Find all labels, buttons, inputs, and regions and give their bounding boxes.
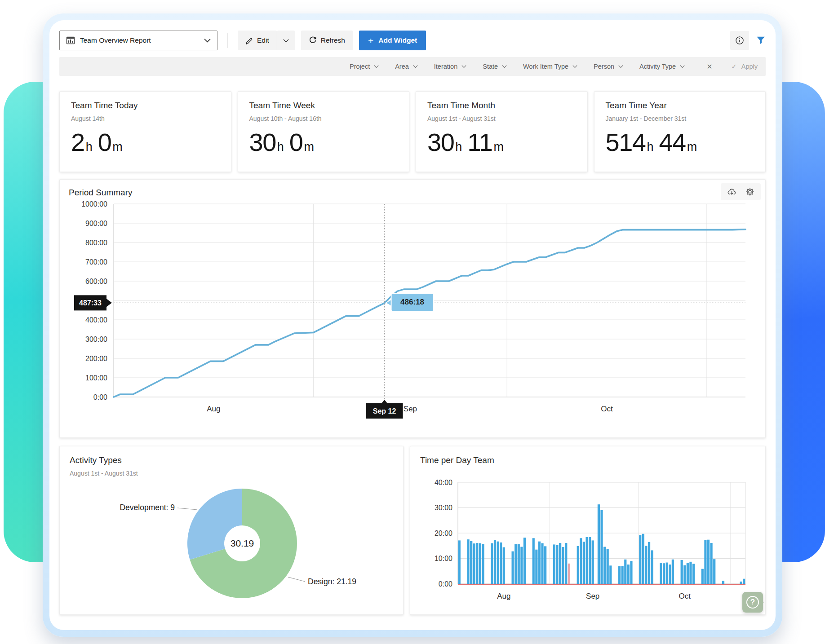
filter-dropdown-activity-type[interactable]: Activity Type [639,63,685,70]
svg-text:0:00: 0:00 [439,580,452,588]
refresh-button[interactable]: Refresh [301,31,353,50]
value-tooltip: 486:18 [386,293,434,311]
filter-label: Project [350,63,370,70]
donut-slice-development [187,489,242,560]
toolbar-divider [227,33,228,48]
stat-card-value: 30h11m [427,128,576,157]
page: Team Overview Report Edit [0,0,825,644]
stat-card-2: Team Time MonthAugust 1st - August 31st3… [416,91,588,172]
activity-types-widget: Activity Types August 1st - August 31st … [59,446,404,615]
time-per-day-title: Time per Day Team [420,455,755,465]
add-widget-button[interactable]: + Add Widget [359,31,426,50]
refresh-label: Refresh [321,36,345,44]
svg-text:Sep: Sep [404,405,417,413]
stat-card-1: Team Time WeekAugust 10th - August 16th3… [238,91,410,172]
toolbar: Team Overview Report Edit [59,30,766,51]
svg-text:800:00: 800:00 [85,239,107,247]
report-chart-icon [66,36,75,45]
stat-card-subtitle: August 14th [71,115,220,122]
edit-label: Edit [257,36,269,44]
svg-text:30.19: 30.19 [231,538,254,548]
filter-items: ProjectAreaIterationStateWork Item TypeP… [350,63,685,70]
svg-text:Sep: Sep [586,592,599,600]
svg-text:487:33: 487:33 [79,299,102,307]
stat-card-value: 514h44m [606,128,754,157]
svg-text:400:00: 400:00 [85,316,107,324]
filter-dropdown-work-item-type[interactable]: Work Item Type [523,63,577,70]
chevron-down-icon [502,65,507,68]
chevron-down-icon [374,65,379,68]
chevron-down-icon [413,65,418,68]
refresh-icon [309,36,317,44]
edit-button[interactable]: Edit [238,31,277,50]
report-selector-value: Team Overview Report [80,36,199,44]
stat-card-title: Team Time Month [427,101,576,110]
filter-funnel-icon[interactable] [756,36,766,45]
add-widget-label: Add Widget [378,36,417,44]
filter-dropdown-person[interactable]: Person [594,63,623,70]
svg-text:900:00: 900:00 [85,220,107,227]
crosshair-y-tag: 487:33 [74,295,112,310]
check-icon: ✓ [732,63,737,70]
filter-label: Area [395,63,409,70]
period-summary-widget: Period Summary 0:00100:00200:00300:00400… [59,179,766,438]
edit-dropdown-button[interactable] [277,31,295,50]
stat-card-title: Team Time Week [249,101,398,110]
svg-text:200:00: 200:00 [85,355,107,362]
svg-text:0:00: 0:00 [93,393,107,401]
period-summary-actions [721,183,761,200]
activity-types-donut-chart: 30.19Development: 9Design: 21.19 [60,446,407,615]
svg-text:Sep 12: Sep 12 [373,407,396,415]
svg-text:Aug: Aug [207,405,220,413]
svg-text:Oct: Oct [601,405,613,413]
svg-text:Design: 21.19: Design: 21.19 [308,577,356,586]
chevron-down-icon [461,65,466,68]
stat-card-value: 30h0m [249,128,398,157]
time-per-day-bar-chart: 0:0010:0020:0030:0040:00AugSepOct [420,469,755,609]
info-icon [735,36,744,45]
plus-icon: + [368,36,373,45]
bottom-row: Activity Types August 1st - August 31st … [59,446,766,615]
stat-card-value: 2h0m [71,128,220,157]
svg-text:40:00: 40:00 [435,479,452,486]
edit-split-button: Edit [238,31,295,50]
svg-text:30:00: 30:00 [435,504,452,512]
dashboard-frame: Team Overview Report Edit [43,13,782,637]
download-cloud-icon[interactable] [727,188,736,196]
filter-label: Work Item Type [523,63,568,70]
apply-filters-button[interactable]: ✓ Apply [732,63,758,70]
period-summary-line-chart: 0:00100:00200:00300:00400:00600:00700:00… [69,200,759,423]
chevron-down-icon [204,38,211,43]
svg-text:100:00: 100:00 [85,374,107,382]
info-button[interactable] [730,31,749,50]
clear-filters-icon[interactable]: ✕ [706,62,712,71]
pencil-icon [245,37,253,44]
chevron-down-icon [618,65,623,68]
report-selector-dropdown[interactable]: Team Overview Report [59,31,217,50]
stat-card-subtitle: August 10th - August 16th [249,115,398,122]
stat-card-0: Team Time TodayAugust 14th2h0m [59,91,231,172]
filter-dropdown-project[interactable]: Project [350,63,379,70]
chevron-down-icon [572,65,577,68]
stat-card-title: Team Time Today [71,101,220,110]
stat-card-title: Team Time Year [606,101,754,110]
filter-dropdown-state[interactable]: State [483,63,507,70]
svg-text:700:00: 700:00 [85,258,107,266]
toolbar-right [730,31,766,50]
svg-text:486:18: 486:18 [400,298,424,306]
stat-card-subtitle: August 1st - August 31st [427,115,576,122]
svg-text:Aug: Aug [497,592,510,600]
filter-bar: ProjectAreaIterationStateWork Item TypeP… [59,57,766,76]
gear-icon[interactable] [745,187,754,196]
filter-dropdown-iteration[interactable]: Iteration [434,63,466,70]
filter-label: Activity Type [639,63,676,70]
stat-card-3: Team Time YearJanuary 1st - December 31s… [594,91,766,172]
question-mark-icon: ? [746,596,759,609]
stat-cards-row: Team Time TodayAugust 14th2h0mTeam Time … [59,91,766,172]
svg-text:300:00: 300:00 [85,335,107,343]
chevron-down-icon [680,65,685,68]
help-button[interactable]: ? [742,592,763,613]
svg-text:20:00: 20:00 [435,529,452,537]
svg-text:10:00: 10:00 [435,555,452,562]
filter-dropdown-area[interactable]: Area [395,63,418,70]
